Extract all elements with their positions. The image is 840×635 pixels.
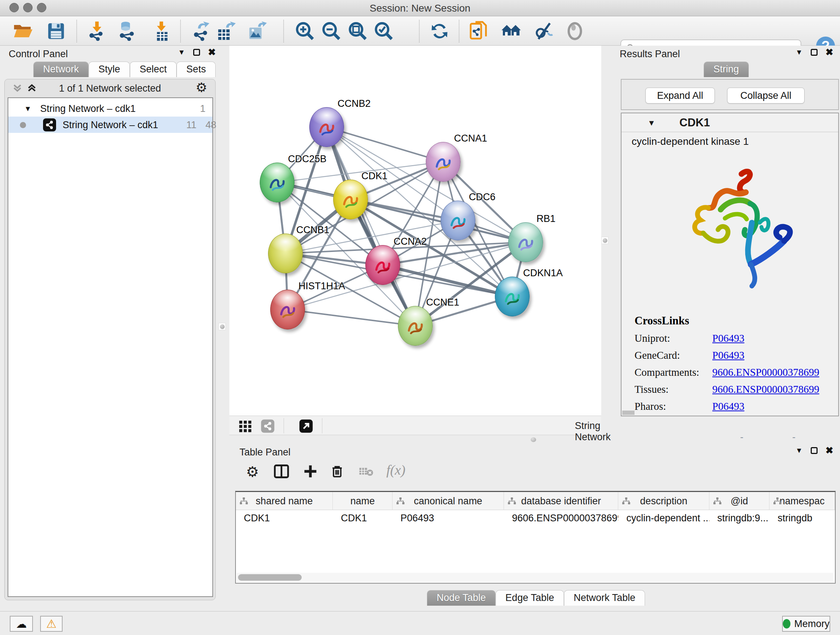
- close-panel-icon[interactable]: ✖: [208, 47, 216, 58]
- tab-style[interactable]: Style: [88, 62, 130, 77]
- float-panel-icon[interactable]: [811, 49, 818, 56]
- horizontal-splitter-handle[interactable]: [531, 437, 536, 442]
- gene-header-row[interactable]: ▼ CDK1: [622, 113, 838, 132]
- memory-button[interactable]: Memory: [782, 616, 830, 632]
- collapse-section-icon[interactable]: ▼: [647, 119, 655, 128]
- warning-status-button[interactable]: ⚠: [40, 616, 63, 632]
- table-gear-icon[interactable]: ⚙: [246, 463, 259, 480]
- network-node-ccna1[interactable]: [426, 142, 461, 182]
- column-header-shared-name[interactable]: shared name: [236, 492, 333, 510]
- string-network-icon: [43, 119, 56, 131]
- hide-glasses-icon[interactable]: [533, 21, 554, 42]
- tab-edge-table[interactable]: Edge Table: [496, 590, 564, 606]
- export-table-icon[interactable]: [216, 21, 237, 42]
- add-column-icon[interactable]: [302, 463, 318, 481]
- cloud-status-button[interactable]: ☁: [10, 616, 33, 632]
- import-table-icon[interactable]: [151, 21, 172, 42]
- zoom-out-icon[interactable]: [321, 21, 342, 42]
- refresh-icon[interactable]: [429, 21, 450, 42]
- column-header--id[interactable]: @id: [709, 492, 770, 510]
- column-header-namespac[interactable]: namespac: [769, 492, 835, 510]
- column-header-database-identifier[interactable]: database identifier: [504, 492, 618, 510]
- zoom-in-icon[interactable]: [294, 21, 316, 42]
- network-collection-row[interactable]: ▼ String Network – cdk1 1: [8, 100, 212, 117]
- network-edge[interactable]: [287, 310, 415, 326]
- network-node-rb1[interactable]: [508, 222, 543, 262]
- show-columns-icon[interactable]: [273, 463, 289, 481]
- close-panel-icon[interactable]: ✖: [826, 47, 834, 58]
- node-label: CDKN1A: [523, 268, 563, 279]
- table-cell[interactable]: stringdb:9...: [709, 510, 770, 526]
- network-node-cdc6[interactable]: [441, 201, 475, 241]
- network-node-ccnb2[interactable]: [309, 107, 344, 147]
- tab-string[interactable]: String: [704, 62, 749, 77]
- network-node-ccne1[interactable]: [398, 306, 433, 346]
- network-node-cdk1[interactable]: [333, 180, 368, 219]
- crosslink-link[interactable]: P06493: [712, 401, 745, 412]
- crosslink-label: Pharos:: [635, 401, 712, 412]
- table-cell[interactable]: cyclin-dependent ...: [618, 510, 709, 526]
- network-canvas[interactable]: CCNB2CCNA1CDC25BCDK1CDC6RB1CCNB1CCNA2CDK…: [229, 46, 601, 416]
- crosslink-label: Compartments:: [635, 366, 712, 378]
- column-header-name[interactable]: name: [333, 492, 393, 510]
- export-network-icon[interactable]: [191, 21, 212, 42]
- crosslink-link[interactable]: P06493: [712, 349, 745, 361]
- import-network-database-icon[interactable]: [117, 21, 138, 42]
- open-session-icon[interactable]: [12, 21, 33, 42]
- float-panel-icon[interactable]: [193, 49, 200, 56]
- show-eye-icon[interactable]: [564, 21, 585, 42]
- gear-icon[interactable]: ⚙: [196, 80, 207, 95]
- expand-all-button[interactable]: Expand All: [645, 88, 715, 103]
- string-home-icon[interactable]: [501, 21, 522, 42]
- delete-column-icon[interactable]: [329, 463, 345, 481]
- tab-node-table[interactable]: Node Table: [427, 590, 496, 606]
- open-in-window-icon[interactable]: [299, 419, 313, 433]
- column-header-label: namespac: [780, 496, 825, 507]
- tab-select[interactable]: Select: [130, 62, 177, 77]
- table-cell[interactable]: CDK1: [236, 510, 333, 526]
- table-hscrollbar-thumb[interactable]: [238, 574, 302, 581]
- network-node-cdkn1a[interactable]: [495, 277, 530, 317]
- zoom-fit-icon[interactable]: [347, 21, 368, 42]
- column-header-canonical-name[interactable]: canonical name: [393, 492, 504, 510]
- close-panel-icon[interactable]: ✖: [826, 445, 834, 456]
- collapse-panel-icon[interactable]: ▼: [796, 447, 803, 455]
- column-header-description[interactable]: description: [618, 492, 709, 510]
- right-splitter-handle[interactable]: [601, 237, 608, 244]
- collapse-panel-icon[interactable]: ▼: [178, 48, 185, 57]
- crosslink-link[interactable]: 9606.ENSP00000378699: [712, 383, 819, 395]
- table-hscrollbar[interactable]: [237, 573, 834, 582]
- save-session-icon[interactable]: [46, 21, 66, 42]
- column-header-label: name: [350, 496, 375, 507]
- network-row-selected[interactable]: String Network – cdk1 11 48: [8, 117, 212, 133]
- string-share-icon[interactable]: [261, 419, 275, 433]
- network-edge[interactable]: [327, 127, 443, 162]
- network-edge[interactable]: [327, 127, 415, 326]
- zoom-selected-icon[interactable]: [373, 21, 394, 42]
- table-cell[interactable]: 9606.ENSP00000378699: [504, 510, 618, 526]
- tab-sets[interactable]: Sets: [177, 62, 216, 77]
- collapse-all-button[interactable]: Collapse All: [727, 88, 805, 103]
- import-network-file-icon[interactable]: [87, 21, 107, 42]
- clone-network-icon[interactable]: [469, 21, 489, 42]
- network-node-ccna2[interactable]: [365, 245, 400, 285]
- network-node-cdc25b[interactable]: [260, 163, 294, 203]
- birdseye-grid-icon[interactable]: [238, 419, 253, 433]
- column-header-label: description: [640, 496, 687, 507]
- network-node-ccnb1[interactable]: [268, 233, 303, 273]
- table-cell[interactable]: P06493: [393, 510, 504, 526]
- collapse-panel-icon[interactable]: ▼: [796, 48, 803, 57]
- crosslink-link[interactable]: P06493: [712, 333, 745, 344]
- export-image-icon[interactable]: [247, 21, 268, 42]
- results-scrollbar-thumb[interactable]: [622, 410, 635, 415]
- tab-network-table[interactable]: Network Table: [564, 590, 645, 606]
- crosslink-link[interactable]: 9606.ENSP00000378699: [712, 366, 819, 378]
- float-panel-icon[interactable]: [811, 447, 818, 454]
- tree-expander-icon[interactable]: ▼: [24, 105, 32, 113]
- node-table[interactable]: shared namenamecanonical namedatabase id…: [235, 491, 836, 584]
- table-cell[interactable]: CDK1: [333, 510, 393, 526]
- table-cell[interactable]: stringdb: [769, 510, 835, 526]
- tab-network[interactable]: Network: [33, 62, 88, 77]
- network-node-hist1h1a[interactable]: [270, 290, 305, 329]
- left-splitter-handle[interactable]: [218, 323, 226, 330]
